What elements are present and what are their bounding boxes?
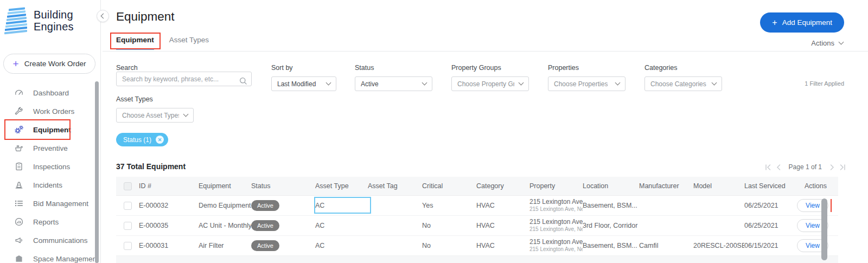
table-row: E-000035 AC Unit - Monthly Active AC No …	[116, 216, 838, 236]
oil-can-icon	[14, 143, 24, 153]
search-label: Search	[116, 64, 252, 72]
total-equipment-count: 37 Total Equipment	[116, 162, 186, 171]
status-badge: Active	[251, 220, 279, 231]
actions-dropdown[interactable]: Actions	[811, 39, 843, 47]
sidebar-scrollbar[interactable]	[95, 81, 99, 263]
filter-applied-count: 1 Filter Applied	[805, 80, 844, 87]
create-work-order-label: Create Work Order	[24, 60, 86, 68]
sidebar-nav: Dashboard Work Orders Equipment Preventi…	[0, 84, 97, 263]
sidebar-item-space-management[interactable]: Space Management	[0, 249, 97, 263]
chevron-down-icon	[615, 80, 621, 86]
gears-icon	[14, 125, 24, 134]
cell-id: E-000032	[139, 202, 199, 209]
gauge-icon	[14, 88, 24, 98]
column-actions: Actions	[797, 182, 835, 190]
first-page-icon[interactable]	[764, 164, 771, 171]
sidebar-item-communications[interactable]: Communications	[0, 231, 97, 249]
property-groups-filter: Property Groups Choose Property Groups	[451, 64, 529, 91]
sidebar-item-equipment[interactable]: Equipment	[0, 120, 97, 139]
sort-by-label: Sort by	[271, 64, 336, 72]
sidebar-item-preventive[interactable]: Preventive	[0, 139, 97, 157]
table-row: E-000032 Demo Equipment Active AC Yes HV…	[116, 196, 838, 216]
status-filter-chip[interactable]: Status (1) ✕	[116, 133, 168, 146]
cell-property: 215 Lexington Ave 215 Lexington Ave, Ne.…	[529, 219, 583, 232]
table-body: E-000032 Demo Equipment Active AC Yes HV…	[116, 196, 838, 256]
plus-icon: +	[772, 18, 777, 27]
previous-page-icon[interactable]	[775, 164, 782, 171]
cell-last-serviced: 06/25/2021	[744, 202, 797, 209]
sidebar: Building Engines + Create Work Order Das…	[0, 0, 101, 263]
list-icon	[14, 198, 24, 208]
status-label: Status	[355, 64, 432, 72]
cell-category: HVAC	[476, 222, 529, 229]
cell-location: Basement, BSM...	[583, 242, 639, 249]
sort-by-select[interactable]: Last Modified	[271, 76, 336, 91]
table-scrollbar[interactable]	[821, 198, 827, 260]
cell-asset-type: AC	[315, 222, 368, 229]
status-badge: Active	[251, 240, 279, 251]
tab-divider	[103, 51, 868, 52]
tab-equipment[interactable]: Equipment	[116, 36, 154, 50]
app-window: Building Engines + Create Work Order Das…	[0, 0, 868, 263]
tab-bar: Equipment Asset Types	[116, 36, 209, 50]
cell-manufacturer: Camfil	[639, 242, 693, 249]
sidebar-item-inspections[interactable]: Inspections	[0, 157, 97, 176]
search-input[interactable]	[116, 72, 252, 86]
building-engines-logo-icon	[4, 3, 28, 39]
cell-model: 20RESCL-200SE...	[693, 242, 744, 249]
column-id: ID #	[139, 182, 199, 190]
sidebar-item-reports[interactable]: Reports	[0, 213, 97, 231]
cell-equipment: Air Filter	[199, 242, 251, 249]
chevron-down-icon	[183, 112, 189, 117]
asset-types-select[interactable]: Choose Asset Types	[116, 108, 194, 123]
row-checkbox[interactable]	[124, 222, 132, 230]
sidebar-item-work-orders[interactable]: Work Orders	[0, 102, 97, 120]
categories-select[interactable]: Choose Categories	[644, 76, 722, 91]
sidebar-item-incidents[interactable]: Incidents	[0, 176, 97, 194]
table-row: E-000031 Air Filter Active AC No HVAC 21…	[116, 236, 838, 256]
add-equipment-button[interactable]: + Add Equipment	[760, 12, 844, 33]
select-all-checkbox[interactable]	[124, 182, 132, 190]
next-page-icon[interactable]	[828, 164, 835, 171]
property-groups-select[interactable]: Choose Property Groups	[451, 76, 529, 91]
pagination: Page 1 of 1	[764, 163, 846, 171]
cell-critical: No	[422, 242, 476, 249]
sidebar-item-dashboard[interactable]: Dashboard	[0, 84, 97, 102]
column-location: Location	[583, 182, 639, 190]
column-equipment: Equipment	[199, 182, 251, 190]
cell-last-serviced: 06/15/2021	[744, 242, 797, 249]
cell-last-serviced: 06/25/2021	[744, 222, 797, 229]
chevron-down-icon	[326, 80, 331, 86]
chevron-down-icon	[839, 40, 844, 45]
column-asset-type: Asset Type	[315, 182, 368, 190]
cell-property: 215 Lexington Ave 215 Lexington Ave, Ne.…	[529, 198, 583, 212]
row-checkbox[interactable]	[124, 242, 132, 250]
tab-asset-types[interactable]: Asset Types	[169, 36, 209, 50]
row-checkbox[interactable]	[124, 202, 132, 210]
column-manufacturer: Manufacturer	[639, 182, 693, 190]
building-engines-logo-text: Building Engines	[34, 9, 74, 33]
building-icon	[14, 254, 24, 263]
cell-asset-type: AC	[315, 202, 368, 209]
properties-filter: Properties Choose Properties	[548, 64, 626, 91]
column-last-serviced: Last Serviced	[744, 182, 797, 190]
wrench-icon	[14, 106, 24, 116]
equipment-table: ID # Equipment Status Asset Type Asset T…	[116, 177, 838, 263]
status-select[interactable]: Active	[355, 76, 432, 91]
cell-equipment: Demo Equipment	[199, 202, 251, 209]
cell-equipment: AC Unit - Monthly	[199, 222, 251, 229]
last-page-icon[interactable]	[839, 164, 846, 171]
main-content: Equipment + Add Equipment Equipment Asse…	[103, 0, 868, 263]
chevron-down-icon	[422, 80, 427, 86]
create-work-order-button[interactable]: + Create Work Order	[3, 54, 95, 74]
properties-select[interactable]: Choose Properties	[548, 76, 626, 91]
cell-property: 215 Lexington Ave 215 Lexington Ave, Ne.…	[529, 239, 583, 252]
cell-category: HVAC	[476, 242, 529, 249]
page-title: Equipment	[116, 10, 175, 24]
collapse-sidebar-button[interactable]	[97, 10, 109, 22]
column-category: Category	[476, 182, 529, 190]
remove-filter-icon[interactable]: ✕	[156, 136, 164, 144]
sidebar-item-bid-management[interactable]: Bid Management	[0, 194, 97, 213]
column-property: Property	[529, 182, 583, 190]
cell-id: E-000035	[139, 222, 199, 229]
